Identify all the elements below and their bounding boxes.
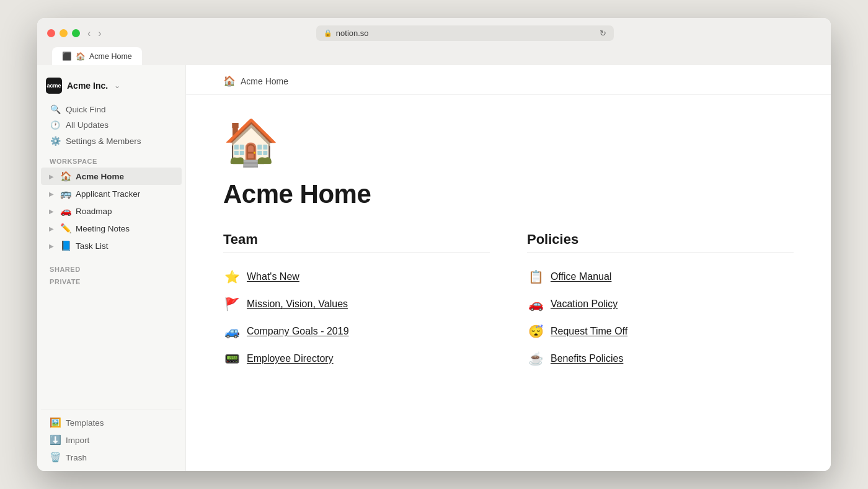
sidebar-item-quick-find[interactable]: 🔍 Quick Find xyxy=(41,101,182,117)
header-page-emoji: 🏠 xyxy=(223,75,236,87)
chevron-icon: ▶ xyxy=(47,191,56,197)
sidebar-item-task-list[interactable]: ▶ 📘 Task List xyxy=(41,237,182,254)
applicant-tracker-title: Applicant Tracker xyxy=(76,189,140,199)
sidebar-item-templates[interactable]: 🖼️ Templates xyxy=(41,414,182,431)
flag-icon: 🚩 xyxy=(223,297,241,312)
benefits-label: Benefits Policies xyxy=(551,353,623,364)
traffic-lights xyxy=(47,29,80,37)
whats-new-label: What's New xyxy=(247,271,299,282)
browser-tab-bar: ⬛ 🏠 Acme Home xyxy=(47,47,821,65)
meeting-notes-title: Meeting Notes xyxy=(76,224,130,233)
workspace-logo: acme xyxy=(46,78,62,94)
sidebar-item-settings[interactable]: ⚙️ Settings & Members xyxy=(41,133,182,149)
back-button[interactable]: ‹ xyxy=(87,29,91,38)
templates-label: Templates xyxy=(66,418,104,428)
task-list-emoji: 📘 xyxy=(60,240,72,251)
team-column: Team ⭐ What's New 🚩 Mission, Vision, Val… xyxy=(223,231,490,372)
sidebar-item-roadmap[interactable]: ▶ 🚗 Roadmap xyxy=(41,202,182,220)
page-icon: 🏠 xyxy=(223,120,794,164)
clipboard-icon: 📋 xyxy=(527,269,544,284)
clock-icon: 🕐 xyxy=(50,120,61,130)
office-manual-label: Office Manual xyxy=(551,271,611,282)
app-container: acme Acme Inc. ⌄ 🔍 Quick Find 🕐 All Upda… xyxy=(37,65,831,471)
browser-tab[interactable]: ⬛ 🏠 Acme Home xyxy=(52,47,142,65)
sidebar-item-trash[interactable]: 🗑️ Trash xyxy=(41,449,182,466)
sidebar-item-meeting-notes[interactable]: ▶ ✏️ Meeting Notes xyxy=(41,220,182,237)
vacation-policy-label: Vacation Policy xyxy=(551,298,618,310)
company-goals-label: Company Goals - 2019 xyxy=(247,326,349,337)
link-benefits[interactable]: ☕ Benefits Policies xyxy=(527,345,794,372)
page-header: 🏠 Acme Home xyxy=(186,65,831,95)
tab-notion-icon: ⬛ xyxy=(62,52,72,61)
sidebar-item-import[interactable]: ⬇️ Import xyxy=(41,431,182,449)
link-request-time-off[interactable]: 😴 Request Time Off xyxy=(527,318,794,345)
link-whats-new[interactable]: ⭐ What's New xyxy=(223,263,490,290)
trash-icon: 🗑️ xyxy=(50,452,61,463)
employee-directory-label: Employee Directory xyxy=(247,353,334,364)
main-content: 🏠 Acme Home 🏠 Acme Home Team ⭐ What's Ne… xyxy=(186,65,831,471)
settings-label: Settings & Members xyxy=(66,137,141,146)
chevron-icon: ▶ xyxy=(47,208,56,215)
link-company-goals[interactable]: 🚙 Company Goals - 2019 xyxy=(223,318,490,345)
meeting-notes-emoji: ✏️ xyxy=(60,223,72,234)
maximize-button[interactable] xyxy=(72,29,80,37)
sleeping-icon: 😴 xyxy=(527,324,544,339)
policies-heading: Policies xyxy=(527,231,794,253)
lock-icon: 🔒 xyxy=(324,29,332,37)
abacus-icon: 📟 xyxy=(223,351,241,366)
acme-home-emoji: 🏠 xyxy=(60,171,72,182)
mission-label: Mission, Vision, Values xyxy=(247,298,348,310)
url-text: notion.so xyxy=(336,29,369,38)
link-vacation-policy[interactable]: 🚗 Vacation Policy xyxy=(527,290,794,318)
link-employee-directory[interactable]: 📟 Employee Directory xyxy=(223,345,490,372)
acme-home-title: Acme Home xyxy=(76,172,124,181)
chevron-icon: ▶ xyxy=(47,243,56,249)
tab-title: Acme Home xyxy=(89,52,132,61)
vacation-car-icon: 🚗 xyxy=(527,297,544,312)
address-bar[interactable]: 🔒 notion.so ↻ xyxy=(316,25,614,41)
workspace-name: Acme Inc. xyxy=(67,81,108,91)
page-body: 🏠 Acme Home Team ⭐ What's New 🚩 Mission,… xyxy=(186,95,831,471)
chevron-icon: ▶ xyxy=(47,225,56,232)
sidebar-bottom-divider xyxy=(41,410,182,414)
task-list-title: Task List xyxy=(76,241,108,251)
browser-chrome: ‹ › 🔒 notion.so ↻ ⬛ 🏠 Acme Home xyxy=(37,18,831,65)
sidebar: acme Acme Inc. ⌄ 🔍 Quick Find 🕐 All Upda… xyxy=(37,65,186,471)
browser-controls: ‹ › 🔒 notion.so ↻ xyxy=(47,25,821,41)
request-time-off-label: Request Time Off xyxy=(551,326,627,337)
shared-section-label: SHARED xyxy=(37,254,185,274)
templates-icon: 🖼️ xyxy=(50,417,61,428)
workspace-chevron-icon: ⌄ xyxy=(114,81,120,90)
private-section-label: PRIVATE xyxy=(37,274,185,290)
quick-find-label: Quick Find xyxy=(66,105,106,114)
star-icon: ⭐ xyxy=(223,269,241,284)
minimize-button[interactable] xyxy=(60,29,68,37)
content-columns: Team ⭐ What's New 🚩 Mission, Vision, Val… xyxy=(223,231,794,372)
policies-column: Policies 📋 Office Manual 🚗 Vacation Poli… xyxy=(527,231,794,372)
car-icon: 🚙 xyxy=(223,324,241,339)
team-heading: Team xyxy=(223,231,490,253)
workspace-header[interactable]: acme Acme Inc. ⌄ xyxy=(37,75,185,101)
tab-page-emoji: 🏠 xyxy=(76,52,86,61)
sidebar-item-applicant-tracker[interactable]: ▶ 🚌 Applicant Tracker xyxy=(41,185,182,202)
all-updates-label: All Updates xyxy=(66,120,108,130)
sidebar-item-acme-home[interactable]: ▶ 🏠 Acme Home xyxy=(41,168,182,185)
reload-icon[interactable]: ↻ xyxy=(600,29,606,38)
roadmap-title: Roadmap xyxy=(76,207,112,216)
trash-label: Trash xyxy=(66,453,87,462)
browser-window: ‹ › 🔒 notion.so ↻ ⬛ 🏠 Acme Home a xyxy=(37,18,831,471)
settings-icon: ⚙️ xyxy=(50,136,61,146)
chevron-icon: ▶ xyxy=(47,173,56,180)
import-label: Import xyxy=(66,436,89,445)
workspace-section-label: WORKSPACE xyxy=(37,149,185,168)
header-page-title: Acme Home xyxy=(241,76,288,86)
search-icon: 🔍 xyxy=(50,104,61,114)
roadmap-emoji: 🚗 xyxy=(60,205,72,217)
sidebar-item-all-updates[interactable]: 🕐 All Updates xyxy=(41,117,182,133)
coffee-icon: ☕ xyxy=(527,351,544,366)
link-mission[interactable]: 🚩 Mission, Vision, Values xyxy=(223,290,490,318)
close-button[interactable] xyxy=(47,29,55,37)
link-office-manual[interactable]: 📋 Office Manual xyxy=(527,263,794,290)
forward-button[interactable]: › xyxy=(98,29,101,38)
import-icon: ⬇️ xyxy=(50,434,61,446)
